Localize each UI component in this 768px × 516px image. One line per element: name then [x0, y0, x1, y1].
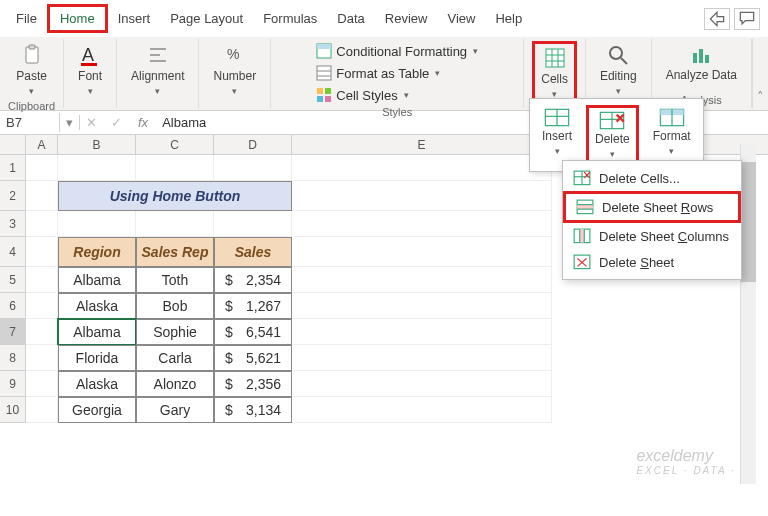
th-region[interactable]: Region [58, 237, 136, 267]
th-rep[interactable]: Sales Rep [136, 237, 214, 267]
number-button[interactable]: % Number [207, 41, 262, 99]
share-icon[interactable] [704, 8, 730, 30]
fx-icon[interactable]: fx [130, 115, 156, 130]
ribbon-group-clipboard: Paste Clipboard [0, 39, 64, 108]
styles-group-label: Styles [382, 105, 412, 120]
conditional-formatting-button[interactable]: Conditional Formatting▾ [312, 41, 482, 61]
svg-rect-26 [705, 55, 709, 63]
delete-cols-label: Delete Sheet Columns [599, 229, 729, 244]
cell-d5[interactable]: $2,354 [214, 267, 292, 293]
cell-b5[interactable]: Albama [58, 267, 136, 293]
cell-d9[interactable]: $2,356 [214, 371, 292, 397]
row-header-10[interactable]: 10 [0, 397, 26, 423]
format-cells-button[interactable]: Format [647, 105, 697, 165]
editing-icon [606, 43, 630, 67]
editing-button[interactable]: Editing [594, 41, 643, 99]
row-header-7[interactable]: 7 [0, 319, 26, 345]
th-sales[interactable]: Sales [214, 237, 292, 267]
col-header-d[interactable]: D [214, 135, 292, 154]
cells-label: Cells [541, 72, 568, 86]
menu-data[interactable]: Data [327, 7, 374, 30]
format-as-table-button[interactable]: Format as Table▾ [312, 63, 444, 83]
svg-rect-24 [693, 53, 697, 63]
cond-fmt-icon [316, 43, 332, 59]
menu-delete-cells[interactable]: Delete Cells... [563, 165, 741, 191]
menu-file[interactable]: File [6, 7, 47, 30]
menu-formulas[interactable]: Formulas [253, 7, 327, 30]
cancel-formula-icon[interactable]: ✕ [80, 115, 103, 130]
alignment-icon [146, 43, 170, 67]
col-header-c[interactable]: C [136, 135, 214, 154]
delete-cells-button[interactable]: Delete [586, 105, 639, 165]
delete-cells-menu-icon [573, 170, 591, 186]
cell-b9[interactable]: Alaska [58, 371, 136, 397]
cell-b7[interactable]: Albama [58, 319, 136, 345]
cell-d7[interactable]: $6,541 [214, 319, 292, 345]
cell-c8[interactable]: Carla [136, 345, 214, 371]
svg-rect-9 [317, 44, 331, 49]
menu-help[interactable]: Help [485, 7, 532, 30]
row-header-3[interactable]: 3 [0, 211, 26, 237]
comments-icon[interactable] [734, 8, 760, 30]
cell-styles-label: Cell Styles [336, 88, 397, 103]
col-header-b[interactable]: B [58, 135, 136, 154]
col-header-a[interactable]: A [26, 135, 58, 154]
alignment-button[interactable]: Alignment [125, 41, 190, 99]
analyze-data-button[interactable]: Analyze Data [660, 41, 743, 84]
cell-b8[interactable]: Florida [58, 345, 136, 371]
cell-c10[interactable]: Gary [136, 397, 214, 423]
cells-button[interactable]: Cells [532, 41, 577, 105]
cell-c7[interactable]: Sophie [136, 319, 214, 345]
menu-delete-sheet[interactable]: Delete Sheet [563, 249, 741, 275]
name-box[interactable]: B7 [0, 113, 60, 132]
row-header-2[interactable]: 2 [0, 181, 26, 211]
fmt-table-icon [316, 65, 332, 81]
cell-d10[interactable]: $3,134 [214, 397, 292, 423]
svg-text:%: % [227, 46, 239, 62]
vertical-scrollbar[interactable] [740, 144, 756, 484]
cell-c6[interactable]: Bob [136, 293, 214, 319]
row-header-4[interactable]: 4 [0, 237, 26, 267]
cell-d6[interactable]: $1,267 [214, 293, 292, 319]
ribbon-group-number: % Number [199, 39, 271, 108]
select-all-corner[interactable] [0, 135, 26, 154]
col-header-e[interactable]: E [292, 135, 552, 154]
menu-delete-sheet-rows[interactable]: Delete Sheet Rows [563, 191, 741, 223]
svg-rect-14 [325, 88, 331, 94]
cell-c9[interactable]: Alonzo [136, 371, 214, 397]
cell-styles-button[interactable]: Cell Styles▾ [312, 85, 412, 105]
row-header-1[interactable]: 1 [0, 155, 26, 181]
menu-view[interactable]: View [437, 7, 485, 30]
insert-cells-button[interactable]: Insert [536, 105, 578, 165]
row-header-6[interactable]: 6 [0, 293, 26, 319]
menu-home[interactable]: Home [47, 4, 108, 33]
cell-c5[interactable]: Toth [136, 267, 214, 293]
menu-page-layout[interactable]: Page Layout [160, 7, 253, 30]
name-box-chevron[interactable]: ▾ [60, 115, 80, 130]
paste-icon [20, 43, 44, 67]
svg-rect-1 [29, 45, 35, 49]
menu-review[interactable]: Review [375, 7, 438, 30]
format-label: Format [653, 129, 691, 143]
svg-text:A: A [82, 45, 94, 65]
svg-rect-17 [546, 49, 564, 67]
menu-delete-sheet-columns[interactable]: Delete Sheet Columns [563, 223, 741, 249]
accept-formula-icon[interactable]: ✓ [111, 115, 122, 130]
cell-d8[interactable]: $5,621 [214, 345, 292, 371]
scrollbar-thumb[interactable] [741, 162, 756, 282]
cell-b6[interactable]: Alaska [58, 293, 136, 319]
paste-button[interactable]: Paste [10, 41, 53, 99]
font-button[interactable]: A Font [72, 41, 108, 99]
ribbon-group-styles: Conditional Formatting▾ Format as Table▾… [271, 39, 524, 108]
row-header-5[interactable]: 5 [0, 267, 26, 293]
row-header-9[interactable]: 9 [0, 371, 26, 397]
cell-b10[interactable]: Georgia [58, 397, 136, 423]
title-cell[interactable]: Using Home Button [58, 181, 292, 211]
ribbon-collapse-chevron[interactable]: ˄ [752, 39, 768, 108]
menu-insert[interactable]: Insert [108, 7, 161, 30]
analyze-label: Analyze Data [666, 69, 737, 82]
row-header-8[interactable]: 8 [0, 345, 26, 371]
clipboard-group-label: Clipboard [8, 99, 55, 114]
analyze-icon [689, 43, 713, 67]
delete-cells-icon [598, 110, 626, 130]
